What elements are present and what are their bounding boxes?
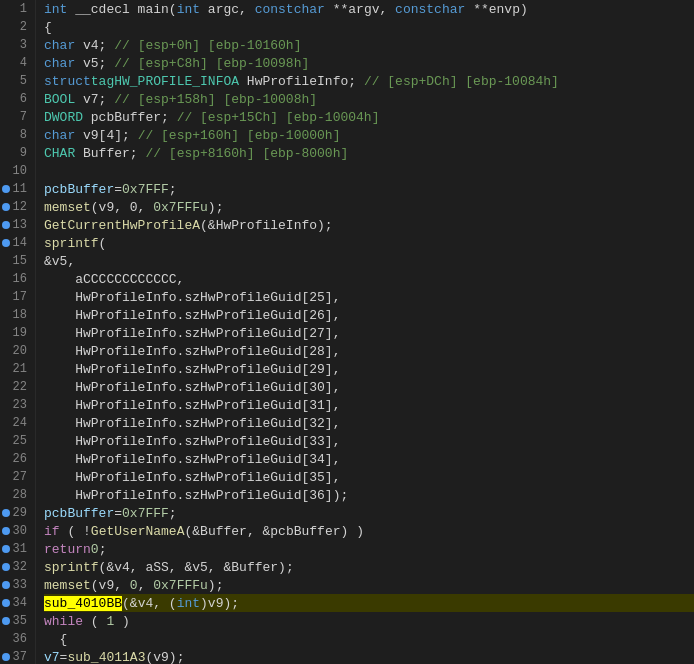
line-num-label: 21: [13, 362, 27, 376]
line-num-label: 36: [13, 632, 27, 646]
code-line-9: CHAR Buffer; // [esp+8160h] [ebp-8000h]: [44, 144, 694, 162]
line-number-28: 28: [0, 486, 27, 504]
code-line-7: DWORD pcbBuffer; // [esp+15Ch] [ebp-1000…: [44, 108, 694, 126]
line-number-12: 12: [0, 198, 27, 216]
code-line-22: HwProfileInfo.szHwProfileGuid[30],: [44, 378, 694, 396]
code-editor: 1234567891011121314151617181920212223242…: [0, 0, 694, 664]
line-num-label: 10: [13, 164, 27, 178]
code-line-16: aCCCCCCCCCCCC,: [44, 270, 694, 288]
line-num-label: 18: [13, 308, 27, 322]
line-number-27: 27: [0, 468, 27, 486]
line-number-11: 11: [0, 180, 27, 198]
code-line-1: int __cdecl main(int argc, const char **…: [44, 0, 694, 18]
code-line-14: sprintf(: [44, 234, 694, 252]
line-number-2: 2: [0, 18, 27, 36]
line-number-30: 30: [0, 522, 27, 540]
line-number-15: 15: [0, 252, 27, 270]
code-line-29: pcbBuffer = 0x7FFF;: [44, 504, 694, 522]
line-gutter: 1234567891011121314151617181920212223242…: [0, 0, 36, 664]
line-num-label: 20: [13, 344, 27, 358]
code-line-19: HwProfileInfo.szHwProfileGuid[27],: [44, 324, 694, 342]
code-line-33: memset(v9, 0, 0x7FFFu);: [44, 576, 694, 594]
line-number-21: 21: [0, 360, 27, 378]
line-number-31: 31: [0, 540, 27, 558]
line-num-label: 33: [13, 578, 27, 592]
line-number-17: 17: [0, 288, 27, 306]
line-num-label: 24: [13, 416, 27, 430]
code-line-17: HwProfileInfo.szHwProfileGuid[25],: [44, 288, 694, 306]
line-num-label: 15: [13, 254, 27, 268]
line-num-label: 28: [13, 488, 27, 502]
code-line-13: GetCurrentHwProfileA(&HwProfileInfo);: [44, 216, 694, 234]
line-num-label: 27: [13, 470, 27, 484]
line-num-label: 29: [13, 506, 27, 520]
code-line-28: HwProfileInfo.szHwProfileGuid[36]);: [44, 486, 694, 504]
line-number-6: 6: [0, 90, 27, 108]
code-line-15: &v5,: [44, 252, 694, 270]
code-line-8: char v9[4]; // [esp+160h] [ebp-10000h]: [44, 126, 694, 144]
code-line-25: HwProfileInfo.szHwProfileGuid[33],: [44, 432, 694, 450]
code-line-20: HwProfileInfo.szHwProfileGuid[28],: [44, 342, 694, 360]
line-number-24: 24: [0, 414, 27, 432]
code-line-3: char v4; // [esp+0h] [ebp-10160h]: [44, 36, 694, 54]
line-number-36: 36: [0, 630, 27, 648]
line-number-19: 19: [0, 324, 27, 342]
line-num-label: 26: [13, 452, 27, 466]
line-num-label: 12: [13, 200, 27, 214]
line-number-9: 9: [0, 144, 27, 162]
line-number-34: 34: [0, 594, 27, 612]
line-number-8: 8: [0, 126, 27, 144]
line-number-3: 3: [0, 36, 27, 54]
code-line-26: HwProfileInfo.szHwProfileGuid[34],: [44, 450, 694, 468]
line-num-label: 1: [20, 2, 27, 16]
line-number-10: 10: [0, 162, 27, 180]
line-num-label: 22: [13, 380, 27, 394]
code-line-5: struct tagHW_PROFILE_INFOA HwProfileInfo…: [44, 72, 694, 90]
line-num-label: 3: [20, 38, 27, 52]
line-number-7: 7: [0, 108, 27, 126]
line-num-label: 2: [20, 20, 27, 34]
line-num-label: 6: [20, 92, 27, 106]
line-number-25: 25: [0, 432, 27, 450]
line-num-label: 25: [13, 434, 27, 448]
line-number-5: 5: [0, 72, 27, 90]
code-line-4: char v5; // [esp+C8h] [ebp-10098h]: [44, 54, 694, 72]
code-line-31: return 0;: [44, 540, 694, 558]
line-number-13: 13: [0, 216, 27, 234]
line-number-18: 18: [0, 306, 27, 324]
line-number-32: 32: [0, 558, 27, 576]
line-num-label: 14: [13, 236, 27, 250]
code-content: int __cdecl main(int argc, const char **…: [36, 0, 694, 664]
code-line-37: v7 = sub_4011A3(v9);: [44, 648, 694, 664]
line-number-1: 1: [0, 0, 27, 18]
code-line-30: if ( !GetUserNameA(&Buffer, &pcbBuffer) …: [44, 522, 694, 540]
code-line-18: HwProfileInfo.szHwProfileGuid[26],: [44, 306, 694, 324]
code-line-12: memset(v9, 0, 0x7FFFu);: [44, 198, 694, 216]
line-num-label: 31: [13, 542, 27, 556]
code-line-27: HwProfileInfo.szHwProfileGuid[35],: [44, 468, 694, 486]
code-line-11: pcbBuffer = 0x7FFF;: [44, 180, 694, 198]
line-num-label: 16: [13, 272, 27, 286]
line-number-37: 37: [0, 648, 27, 664]
line-num-label: 7: [20, 110, 27, 124]
line-num-label: 23: [13, 398, 27, 412]
line-num-label: 17: [13, 290, 27, 304]
line-num-label: 37: [13, 650, 27, 664]
line-num-label: 32: [13, 560, 27, 574]
code-line-36: {: [44, 630, 694, 648]
code-line-35: while ( 1 ): [44, 612, 694, 630]
line-num-label: 9: [20, 146, 27, 160]
line-num-label: 4: [20, 56, 27, 70]
line-number-22: 22: [0, 378, 27, 396]
line-num-label: 8: [20, 128, 27, 142]
code-line-24: HwProfileInfo.szHwProfileGuid[32],: [44, 414, 694, 432]
code-line-6: BOOL v7; // [esp+158h] [ebp-10008h]: [44, 90, 694, 108]
code-line-34: sub_4010BB(&v4, (int)v9);: [44, 594, 694, 612]
code-line-10: [44, 162, 694, 180]
line-number-26: 26: [0, 450, 27, 468]
line-number-14: 14: [0, 234, 27, 252]
code-line-21: HwProfileInfo.szHwProfileGuid[29],: [44, 360, 694, 378]
line-num-label: 5: [20, 74, 27, 88]
line-num-label: 30: [13, 524, 27, 538]
line-number-20: 20: [0, 342, 27, 360]
